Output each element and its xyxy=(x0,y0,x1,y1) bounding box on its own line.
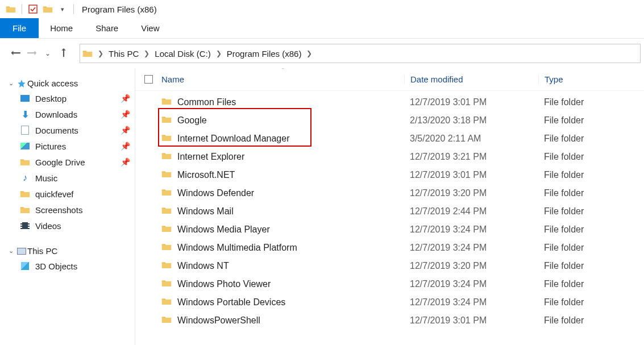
folder-row[interactable]: Microsoft.NET12/7/2019 3:01 PMFile folde… xyxy=(135,166,644,184)
address-folder-icon xyxy=(82,48,93,59)
chevron-right-icon[interactable]: ❯ xyxy=(214,49,223,57)
nav-group-this-pc[interactable]: ⌄ This PC xyxy=(6,244,132,258)
folder-icon xyxy=(19,205,31,215)
pin-icon: 📌 xyxy=(119,157,131,167)
pc-icon xyxy=(16,248,27,255)
item-date: 12/7/2019 3:24 PM xyxy=(404,243,538,253)
item-date: 3/5/2020 2:11 AM xyxy=(404,134,538,144)
item-name: Windows Defender xyxy=(177,188,254,198)
nav-item-music[interactable]: ♪Music xyxy=(6,170,132,186)
nav-item-downloads[interactable]: ⬇Downloads📌 xyxy=(6,106,132,122)
chevron-right-icon[interactable]: ❯ xyxy=(305,49,314,57)
documents-icon xyxy=(19,125,31,135)
item-name: Internet Download Manager xyxy=(177,134,289,144)
folder-row[interactable]: Internet Explorer12/7/2019 3:21 PMFile f… xyxy=(135,148,644,166)
nav-item-label: Documents xyxy=(35,126,78,135)
sort-ascending-icon: ˄ xyxy=(281,68,285,74)
item-type: File folder xyxy=(538,97,644,107)
nav-forward-button[interactable]: 🠖 xyxy=(24,45,40,61)
folder-row[interactable]: Windows Portable Devices12/7/2019 3:24 P… xyxy=(135,293,644,311)
chevron-right-icon[interactable]: ❯ xyxy=(142,49,151,57)
nav-item-google-drive[interactable]: Google Drive📌 xyxy=(6,154,132,170)
item-name: Windows Portable Devices xyxy=(177,297,285,307)
pictures-icon xyxy=(19,141,31,151)
item-date: 12/7/2019 3:01 PM xyxy=(404,170,538,180)
breadcrumb-item[interactable]: This PC xyxy=(105,44,142,63)
address-bar[interactable]: ❯ This PC ❯ Local Disk (C:) ❯ Program Fi… xyxy=(80,44,641,63)
item-date: 12/7/2019 3:21 PM xyxy=(404,152,538,162)
item-type: File folder xyxy=(538,206,644,217)
item-name: Windows Media Player xyxy=(177,225,270,235)
nav-item-label: Music xyxy=(35,173,57,183)
nav-up-button[interactable]: 🠕 xyxy=(56,45,72,61)
nav-group-quick-access[interactable]: ⌄ Quick access xyxy=(6,76,132,90)
qat-customize-icon[interactable]: ▾ xyxy=(57,4,68,14)
item-type: File folder xyxy=(538,279,644,289)
item-type: File folder xyxy=(538,152,644,162)
chevron-right-icon[interactable]: ❯ xyxy=(96,49,105,57)
folder-row[interactable]: Windows NT12/7/2019 3:20 PMFile folder xyxy=(135,257,644,275)
main-area: ⌄ Quick access Desktop📌⬇Downloads📌Docume… xyxy=(0,68,644,345)
folder-row[interactable]: WindowsPowerShell12/7/2019 3:01 PMFile f… xyxy=(135,311,644,330)
folder-row[interactable]: Windows Defender12/7/2019 3:20 PMFile fo… xyxy=(135,184,644,202)
folder-icon xyxy=(161,225,172,235)
folder-row[interactable]: Windows Multimedia Platform12/7/2019 3:2… xyxy=(135,239,644,257)
title-bar: ▾ Program Files (x86) xyxy=(0,0,644,18)
breadcrumb-item[interactable]: Program Files (x86) xyxy=(223,44,305,63)
folder-icon xyxy=(161,115,172,126)
item-name: Common Files xyxy=(177,97,236,107)
nav-group-label: This PC xyxy=(27,246,57,256)
item-date: 12/7/2019 3:24 PM xyxy=(404,225,538,235)
folder-icon xyxy=(161,243,172,253)
item-type: File folder xyxy=(538,225,644,235)
item-type: File folder xyxy=(538,297,644,307)
folder-row[interactable]: Google2/13/2020 3:18 PMFile folder xyxy=(135,111,644,130)
nav-item-pictures[interactable]: Pictures📌 xyxy=(6,138,132,154)
pin-icon: 📌 xyxy=(119,110,131,119)
item-type: File folder xyxy=(538,134,644,144)
nav-item-documents[interactable]: Documents📌 xyxy=(6,122,132,138)
select-all-checkbox[interactable] xyxy=(135,75,161,84)
nav-item-label: Screenshots xyxy=(35,205,82,215)
nav-item-label: quickfevef xyxy=(35,189,74,199)
nav-back-button[interactable]: 🠔 xyxy=(8,45,24,61)
nav-item-quickfevef[interactable]: quickfevef xyxy=(6,186,132,202)
nav-item-screenshots[interactable]: Screenshots xyxy=(6,202,132,218)
qat-properties-icon[interactable] xyxy=(28,4,38,14)
nav-item-label: Desktop xyxy=(35,94,67,103)
ribbon-tab-share[interactable]: Share xyxy=(84,18,130,38)
nav-item-label: Videos xyxy=(35,221,61,231)
folder-row[interactable]: Internet Download Manager3/5/2020 2:11 A… xyxy=(135,130,644,148)
ribbon-tab-home[interactable]: Home xyxy=(39,18,84,38)
folder-icon xyxy=(161,134,172,144)
item-name: Windows Mail xyxy=(177,206,234,217)
nav-item-videos[interactable]: Videos xyxy=(6,218,132,234)
column-header-name[interactable]: ˄ Name xyxy=(161,74,404,84)
item-name: Windows NT xyxy=(177,261,229,271)
breadcrumb-item[interactable]: Local Disk (C:) xyxy=(151,44,214,63)
ribbon-tab-file[interactable]: File xyxy=(0,18,39,38)
item-date: 12/7/2019 3:01 PM xyxy=(404,97,538,107)
nav-item-label: Pictures xyxy=(35,142,66,151)
column-header-date[interactable]: Date modified xyxy=(404,74,538,84)
nav-group-label: Quick access xyxy=(27,78,78,88)
folder-row[interactable]: Windows Mail12/7/2019 2:44 PMFile folder xyxy=(135,202,644,221)
nav-recent-dropdown[interactable]: ⌄ xyxy=(40,45,56,61)
svg-rect-0 xyxy=(29,5,37,13)
folder-icon xyxy=(161,152,172,162)
folder-icon xyxy=(161,279,172,289)
nav-item-3d-objects[interactable]: 3D Objects xyxy=(6,258,132,274)
item-name: Windows Photo Viewer xyxy=(177,279,271,289)
nav-item-label: Google Drive xyxy=(35,157,85,167)
pin-icon: 📌 xyxy=(119,142,131,151)
folder-row[interactable]: Windows Media Player12/7/2019 3:24 PMFil… xyxy=(135,221,644,239)
nav-item-desktop[interactable]: Desktop📌 xyxy=(6,90,132,106)
star-icon xyxy=(16,79,27,88)
qat-newfolder-icon[interactable] xyxy=(43,4,53,14)
folder-row[interactable]: Windows Photo Viewer12/7/2019 3:24 PMFil… xyxy=(135,275,644,293)
column-header-type[interactable]: Type xyxy=(538,74,644,84)
videos-icon xyxy=(19,221,31,231)
ribbon-tab-view[interactable]: View xyxy=(130,18,171,38)
item-type: File folder xyxy=(538,170,644,180)
folder-row[interactable]: Common Files12/7/2019 3:01 PMFile folder xyxy=(135,93,644,111)
